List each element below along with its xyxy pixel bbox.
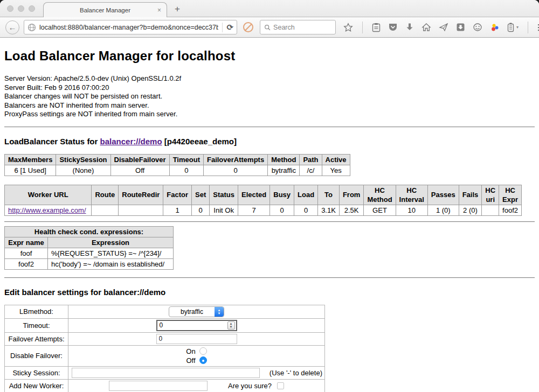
- col-status: Status: [210, 185, 238, 205]
- window-minimize-button[interactable]: [18, 5, 24, 12]
- form-row-timeout: Timeout: 0 ▲▼: [5, 318, 325, 332]
- save-to-device-icon[interactable]: [456, 23, 465, 32]
- failover-attempts-label: Failover Attempts:: [5, 332, 68, 345]
- form-row-sticky: Sticky Session: (Use '-' to delete): [5, 366, 325, 379]
- battery-icon: [507, 23, 514, 32]
- window-controls: [7, 5, 35, 12]
- radio-on-label: On: [186, 347, 195, 356]
- urlbar-divider: [222, 23, 223, 32]
- tab-close-icon[interactable]: ×: [157, 6, 161, 14]
- url-bar[interactable]: localhost:8880/balancer-manager?b=demo&n…: [24, 20, 237, 34]
- cell-hc-expr: foof2: [499, 205, 522, 215]
- cell-fails: 2 (0): [459, 205, 482, 215]
- select-stepper-icon: ▲▼: [215, 307, 224, 317]
- pocket-icon[interactable]: [388, 23, 398, 32]
- send-plane-icon[interactable]: [439, 23, 448, 32]
- cell-hc-interval: 10: [396, 205, 427, 215]
- cell-active: Yes: [322, 165, 350, 176]
- tab-balancer-manager[interactable]: Balancer Manager ×: [43, 2, 167, 17]
- status-heading-suffix: [p4420eeae_demo]: [162, 137, 237, 146]
- bookmark-star-icon[interactable]: [343, 23, 353, 32]
- url-text[interactable]: localhost:8880/balancer-manager?b=demo&n…: [39, 24, 218, 31]
- col-hc-interval: HC Interval: [396, 185, 427, 205]
- timeout-label: Timeout:: [5, 318, 68, 332]
- add-worker-label: Add New Worker:: [5, 379, 68, 392]
- edit-balancer-form: LBmethod: bytraffic ▲▼ Timeout: 0 ▲▼: [4, 305, 325, 392]
- disable-failover-on-radio[interactable]: [199, 347, 207, 355]
- col-hc-method: HC Method: [364, 185, 396, 205]
- worker-url-link[interactable]: http://www.example.com/: [8, 206, 86, 214]
- search-input[interactable]: [273, 24, 331, 31]
- col-fails: Fails: [459, 185, 482, 205]
- cell-method: bytraffic: [268, 165, 300, 176]
- cell-path: /c/: [300, 165, 322, 176]
- colored-dots-extension-icon[interactable]: [490, 23, 500, 32]
- tab-strip: Balancer Manager × +: [0, 0, 539, 17]
- tab-title: Balancer Manager: [80, 7, 130, 13]
- are-you-sure-checkbox[interactable]: [277, 382, 284, 389]
- health-table-title: Health check cond. expressions:: [5, 226, 174, 237]
- col-disablefailover: DisableFailover: [110, 154, 169, 165]
- cell-disablefailover: Off: [110, 165, 169, 176]
- cell-expression: %{REQUEST_STATUS} =~ /^[234]/: [48, 248, 174, 258]
- col-to: To: [318, 185, 340, 205]
- col-hc-uri: HC uri: [482, 185, 499, 205]
- reading-list-icon[interactable]: [372, 23, 381, 32]
- disable-failover-label: Disable Failover:: [5, 345, 68, 366]
- forum-smiley-icon[interactable]: [473, 23, 482, 32]
- notice-persist: Balancer changes will NOT be persisted o…: [4, 92, 535, 101]
- content-blocked-icon[interactable]: [243, 22, 253, 32]
- timeout-value: 0: [157, 321, 227, 329]
- worker-status-table: Worker URL Route RouteRedir Factor Set S…: [4, 185, 522, 216]
- form-row-disable-failover: Disable Failover: On Off: [5, 345, 325, 366]
- table-header-row: Worker URL Route RouteRedir Factor Set S…: [5, 185, 522, 205]
- lbmethod-select[interactable]: bytraffic ▲▼: [169, 306, 224, 317]
- reload-icon[interactable]: ⟳: [226, 23, 233, 32]
- window-close-button[interactable]: [7, 5, 13, 12]
- col-timeout: Timeout: [169, 154, 203, 165]
- col-route: Route: [92, 185, 119, 205]
- new-tab-button[interactable]: +: [175, 4, 180, 15]
- table-header-row: MaxMembers StickySession DisableFailover…: [5, 154, 350, 165]
- col-active: Active: [322, 154, 350, 165]
- page-title: Load Balancer Manager for localhost: [4, 48, 535, 64]
- col-failoverattempts: FailoverAttempts: [203, 154, 267, 165]
- form-row-failover: Failover Attempts:: [5, 332, 325, 345]
- timeout-input[interactable]: 0 ▲▼: [156, 320, 237, 331]
- globe-icon: [27, 23, 36, 32]
- cell-expr-name: foof2: [5, 258, 48, 269]
- sticky-session-input[interactable]: [72, 368, 260, 378]
- home-icon[interactable]: [421, 23, 431, 32]
- are-you-sure-label: Are you sure?: [228, 382, 272, 390]
- add-worker-input[interactable]: [109, 381, 208, 391]
- server-version: Server Version: Apache/2.5.0-dev (Unix) …: [4, 74, 535, 83]
- health-row: foof %{REQUEST_STATUS} =~ /^[234]/: [5, 248, 174, 258]
- balancer-demo-link[interactable]: balancer://demo: [100, 137, 162, 146]
- number-spinner-icon[interactable]: ▲▼: [227, 321, 235, 330]
- failover-attempts-input[interactable]: [156, 334, 237, 344]
- chevron-down-icon: ▾: [516, 25, 519, 30]
- cell-busy: 0: [270, 205, 294, 215]
- window-zoom-button[interactable]: [29, 5, 35, 12]
- col-set: Set: [192, 185, 210, 205]
- balancer-status-table: MaxMembers StickySession DisableFailover…: [4, 154, 350, 176]
- cell-from: 2.5K: [339, 205, 364, 215]
- cell-timeout: 0: [169, 165, 203, 176]
- col-factor: Factor: [163, 185, 192, 205]
- cell-routeredir: [119, 205, 163, 215]
- table-row: 6 [1 Used] (None) Off 0 0 bytraffic /c/ …: [5, 165, 350, 176]
- disable-failover-off-radio[interactable]: [199, 356, 207, 364]
- notice-inherit-balancers: Balancers are NOT inherited from main se…: [4, 101, 535, 110]
- sticky-session-hint: (Use '-' to delete): [270, 369, 322, 377]
- cell-expr-name: foof: [5, 248, 48, 258]
- col-passes: Passes: [427, 185, 459, 205]
- back-button[interactable]: ←: [5, 20, 19, 34]
- downloads-icon[interactable]: [405, 23, 414, 32]
- search-bar[interactable]: [260, 20, 336, 34]
- battery-menu[interactable]: ▾: [507, 23, 519, 32]
- lbmethod-selected-value: bytraffic: [169, 307, 215, 317]
- cell-expression: hc('body') =~ /domain is established/: [48, 258, 174, 269]
- col-worker-url: Worker URL: [5, 185, 92, 205]
- cell-load: 0: [294, 205, 318, 215]
- cell-maxmembers: 6 [1 Used]: [5, 165, 56, 176]
